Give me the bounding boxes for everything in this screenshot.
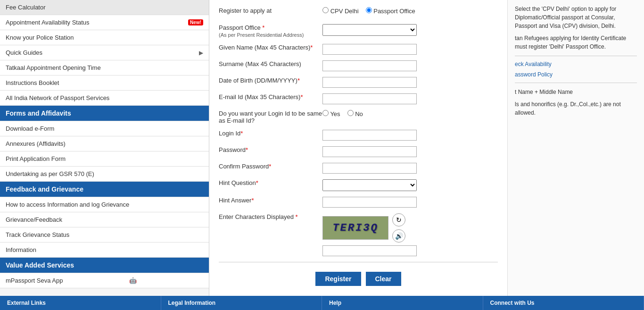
sidebar-item-know-police-station[interactable]: Know your Police Station xyxy=(0,30,209,45)
captcha-field: TERI3Q ↻ 🔊 xyxy=(322,213,498,256)
sidebar-item-label-information: Information xyxy=(6,246,36,253)
sidebar-item-information[interactable]: Information xyxy=(0,243,209,258)
divider xyxy=(219,262,498,262)
button-row: Register Clear xyxy=(219,272,498,295)
sidebar-item-fee-calculator[interactable]: Fee Calculator xyxy=(0,0,209,15)
confirm-password-row: Confirm Password* xyxy=(219,163,498,174)
sidebar-item-label-forms-affidavits-header: Forms and Affidavits xyxy=(6,109,71,117)
sidebar-item-label-know-police-station: Know your Police Station xyxy=(6,34,74,41)
password-policy-link[interactable]: assword Policy xyxy=(515,71,637,78)
sidebar-item-label-all-india-network: All India Network of Passport Services xyxy=(6,94,109,101)
refresh-captcha-button[interactable]: ↻ xyxy=(392,213,405,226)
radio-yes-label[interactable]: Yes xyxy=(322,110,340,117)
sidebar: Fee CalculatorAppointment Availability S… xyxy=(0,0,209,296)
sidebar-item-tatkaal-appointment[interactable]: Tatkaal Appointment Opening Time xyxy=(0,60,209,75)
confirm-password-field[interactable] xyxy=(322,163,498,174)
login-id-field[interactable] xyxy=(322,130,498,141)
sidebar-item-grievance-feedback[interactable]: Grievance/Feedback xyxy=(0,212,209,227)
dob-row: Date of Birth (DD/MM/YYYY)* xyxy=(219,77,498,88)
sidebar-item-label-grievance-feedback: Grievance/Feedback xyxy=(6,216,62,223)
passport-office-row: Passport Office * (As per Present Reside… xyxy=(219,24,498,38)
login-same-email-row: Do you want your Login Id to be same as … xyxy=(219,110,498,124)
sidebar-item-label-appointment-availability: Appointment Availability Status xyxy=(6,19,90,26)
confirm-password-input[interactable] xyxy=(322,163,417,174)
sidebar-item-label-value-added-header: Value Added Services xyxy=(6,261,74,269)
register-at-row: Register to apply at CPV Delhi Passport … xyxy=(219,7,498,18)
radio-passport-office-label[interactable]: Passport Office xyxy=(366,7,415,15)
hint-question-label: Hint Question* xyxy=(219,179,322,186)
footer-legal-info[interactable]: Legal Information xyxy=(161,296,322,310)
sidebar-item-label-track-grievance: Track Grievance Status xyxy=(6,231,69,238)
radio-no[interactable] xyxy=(347,110,354,116)
radio-yes[interactable] xyxy=(322,110,329,116)
login-same-email-label: Do you want your Login Id to be same as … xyxy=(219,110,322,124)
surname-row: Surname (Max 45 Characters) xyxy=(219,60,498,71)
sidebar-item-label-feedback-grievance-header: Feedback and Grievance xyxy=(6,185,83,193)
right-panel-line3: t Name + Middle Name xyxy=(515,88,637,96)
surname-input[interactable] xyxy=(322,60,417,71)
sidebar-item-how-to-access[interactable]: How to access Information and log Grieva… xyxy=(0,197,209,212)
sidebar-item-quick-guides[interactable]: Quick Guides▶ xyxy=(0,45,209,60)
hint-answer-row: Hint Answer* xyxy=(219,197,498,208)
sidebar-item-undertaking[interactable]: Undertaking as per GSR 570 (E) xyxy=(0,167,209,182)
given-name-field[interactable] xyxy=(322,44,498,55)
sidebar-item-label-instructions-booklet: Instructions Booklet xyxy=(6,79,59,86)
sidebar-item-all-india-network[interactable]: All India Network of Passport Services xyxy=(0,91,209,106)
register-button[interactable]: Register xyxy=(315,272,361,286)
content-area: Register to apply at CPV Delhi Passport … xyxy=(209,0,644,296)
hint-question-field[interactable] xyxy=(322,179,498,191)
footer-connect[interactable]: Connect with Us xyxy=(483,296,644,310)
captcha-icons: ↻ 🔊 xyxy=(392,213,405,243)
android-icon: 🤖 xyxy=(129,277,137,284)
radio-passport-office[interactable] xyxy=(366,7,372,13)
dob-input[interactable] xyxy=(322,77,417,88)
form-main: Register to apply at CPV Delhi Passport … xyxy=(209,0,507,296)
arrow-icon-quick-guides: ▶ xyxy=(199,50,203,56)
dob-label: Date of Birth (DD/MM/YYYY)* xyxy=(219,77,322,84)
sidebar-item-mpassport-seva[interactable]: mPassport Seva App🤖 xyxy=(0,273,209,288)
hint-question-select[interactable] xyxy=(322,179,417,191)
sidebar-item-label-annexures: Annexures (Affidavits) xyxy=(6,140,66,147)
sidebar-item-instructions-booklet[interactable]: Instructions Booklet xyxy=(0,75,209,91)
footer-external-links[interactable]: External Links xyxy=(0,296,161,310)
sidebar-item-annexures[interactable]: Annexures (Affidavits) xyxy=(0,136,209,151)
radio-no-label[interactable]: No xyxy=(347,110,363,117)
email-field[interactable] xyxy=(322,93,498,104)
email-input[interactable] xyxy=(322,93,417,104)
right-panel-line4: ls and honorifics (e.g. Dr.,Col.,etc.) a… xyxy=(515,100,637,117)
sidebar-item-download-eform[interactable]: Download e-Form xyxy=(0,121,209,136)
captcha-entry-input[interactable] xyxy=(322,245,417,256)
sidebar-item-label-how-to-access: How to access Information and log Grieva… xyxy=(6,201,129,208)
passport-office-select[interactable] xyxy=(322,24,417,36)
sidebar-item-appointment-availability[interactable]: Appointment Availability StatusNew! xyxy=(0,15,209,30)
check-availability-link[interactable]: eck Availability xyxy=(515,61,637,67)
password-label: Password* xyxy=(219,146,322,153)
sidebar-item-print-application[interactable]: Print Application Form xyxy=(0,151,209,167)
surname-field[interactable] xyxy=(322,60,498,71)
audio-captcha-button[interactable]: 🔊 xyxy=(392,229,405,243)
right-panel-line1: Select the 'CPV Delhi' option to apply f… xyxy=(515,5,637,30)
hint-answer-input[interactable] xyxy=(322,197,417,208)
radio-cpv-delhi-label[interactable]: CPV Delhi xyxy=(322,7,359,15)
radio-cpv-delhi[interactable] xyxy=(322,7,329,13)
sidebar-item-track-grievance[interactable]: Track Grievance Status xyxy=(0,227,209,243)
register-at-field: CPV Delhi Passport Office xyxy=(322,7,498,18)
sidebar-item-label-mpassport-seva: mPassport Seva App xyxy=(6,277,63,284)
page-wrapper: Fee CalculatorAppointment Availability S… xyxy=(0,0,644,310)
captcha-section: TERI3Q ↻ 🔊 xyxy=(322,213,498,243)
password-input[interactable] xyxy=(322,146,417,157)
radio-group-register: CPV Delhi Passport Office xyxy=(322,7,498,15)
password-row: Password* xyxy=(219,146,498,157)
given-name-input[interactable] xyxy=(322,44,417,55)
sidebar-item-label-tatkaal-appointment: Tatkaal Appointment Opening Time xyxy=(6,64,101,71)
passport-office-field[interactable] xyxy=(322,24,498,36)
footer-help[interactable]: Help xyxy=(322,296,483,310)
hint-answer-field[interactable] xyxy=(322,197,498,208)
clear-button[interactable]: Clear xyxy=(366,272,401,286)
login-id-input[interactable] xyxy=(322,130,417,141)
sidebar-item-label-fee-calculator: Fee Calculator xyxy=(6,4,46,11)
footer: External Links Legal Information Help Co… xyxy=(0,296,644,310)
sidebar-item-label-download-eform: Download e-Form xyxy=(6,125,54,132)
password-field[interactable] xyxy=(322,146,498,157)
dob-field[interactable] xyxy=(322,77,498,88)
